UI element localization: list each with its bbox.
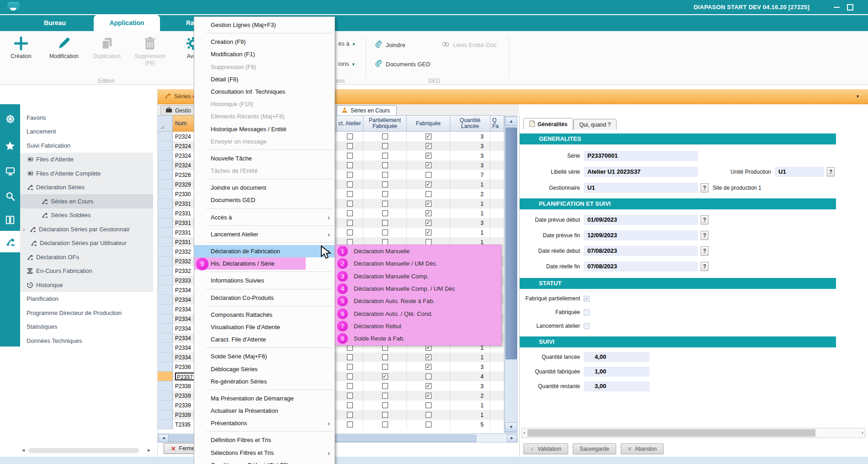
cell-fabriquee-checkbox[interactable] — [407, 372, 450, 381]
rail-wheel-icon[interactable] — [0, 114, 20, 126]
row-selector[interactable] — [158, 256, 173, 266]
row-selector[interactable] — [158, 218, 173, 228]
scroll-left-icon[interactable]: ‹ — [523, 430, 525, 435]
documents-ged-button[interactable]: Documents GED — [375, 59, 431, 69]
quantity-field[interactable]: 4,00 — [584, 352, 650, 362]
scroll-right-icon[interactable]: › — [862, 430, 863, 435]
cell-fabriquee-checkbox[interactable]: ✓ — [407, 141, 450, 151]
help-button[interactable]: ? — [701, 183, 708, 192]
row-selector[interactable] — [158, 189, 173, 199]
cell-atelier-checkbox[interactable] — [336, 199, 363, 208]
cell-partiellement-checkbox[interactable] — [363, 362, 407, 372]
row-selector[interactable] — [158, 132, 173, 141]
cell-fabriquee-checkbox[interactable]: ✓ — [407, 228, 450, 237]
menu-item-d-blocage-s-ries[interactable]: Déblocage Séries — [194, 363, 335, 375]
row-selector[interactable] — [158, 391, 173, 400]
cell-atelier-checkbox[interactable] — [336, 208, 363, 218]
date-field[interactable]: 07/08/2023 — [584, 261, 698, 272]
help-button[interactable]: ? — [701, 246, 708, 256]
menu-item-condition-par-d-faut-ctrl-f5-[interactable]: Condition par Défaut (Ctrl-F5) — [194, 459, 335, 464]
row-selector[interactable] — [158, 285, 173, 295]
cell-atelier-checkbox[interactable] — [336, 372, 363, 381]
sidebar-item-statistiques[interactable]: Statistiques — [20, 320, 153, 334]
validation-button[interactable]: ✓Validation — [523, 443, 568, 454]
scrollbar-thumb[interactable] — [28, 448, 139, 453]
scroll-left-icon[interactable]: ◄ — [159, 434, 169, 443]
sidebar-item-donn-es-techniques[interactable]: Données Techniques — [20, 334, 153, 348]
cell-atelier-checkbox[interactable] — [336, 170, 363, 180]
menu-item-d-tail-f8-[interactable]: Détail (F8) — [194, 73, 335, 85]
cell-fabriquee-checkbox[interactable]: ✓ — [407, 362, 450, 372]
rail-grid-icon[interactable] — [0, 215, 20, 226]
cell-partiellement-checkbox[interactable] — [363, 410, 407, 420]
quantity-field[interactable]: 1,00 — [584, 367, 650, 377]
cell-partiellement-checkbox[interactable] — [363, 400, 407, 410]
cell-atelier-checkbox[interactable] — [336, 160, 363, 170]
sidebar-item-d-claration-s-ries-par-utilisateur[interactable]: Déclaration Séries par Utilisateur — [20, 236, 153, 251]
cell-fabriquee-checkbox[interactable]: ✓ — [407, 160, 450, 170]
menu-item-caract-file-d-attente[interactable]: Caract. File d'Attente — [194, 333, 335, 346]
row-selector[interactable] — [158, 228, 173, 237]
row-selector[interactable] — [158, 247, 173, 256]
cell-fabriquee-checkbox[interactable]: ✓ — [407, 391, 450, 400]
sidebar-item-historique[interactable]: Historique — [20, 278, 153, 292]
cell-partiellement-checkbox[interactable] — [363, 218, 407, 228]
sidebar-item-lancement[interactable]: Lancement — [20, 125, 153, 139]
help-button[interactable]: ? — [701, 215, 708, 224]
sidebar-item-favoris[interactable]: Favoris — [20, 111, 153, 125]
cell-partiellement-checkbox[interactable] — [363, 160, 407, 170]
expander-icon[interactable]: › — [23, 226, 29, 233]
cell-atelier-checkbox[interactable] — [336, 420, 363, 429]
menu-item-s-l-ections-filtres-et-tris[interactable]: Sél­ections Filtres et Tris› — [194, 447, 335, 459]
help-button[interactable]: ? — [701, 231, 708, 240]
cell-partiellement-checkbox[interactable] — [363, 228, 407, 237]
sidebar-item-d-claration-ofs[interactable]: Déclaration OFs — [20, 250, 153, 264]
row-selector[interactable] — [158, 170, 173, 180]
submenu-item-d-claration-auto-qt-cond-[interactable]: 6Déclaration Auto. / Qté. Cond. — [335, 307, 501, 320]
submenu-item-d-claration-rebut[interactable]: 7Déclaration Rebut — [335, 320, 501, 332]
sidebar-item-planification[interactable]: Planification — [20, 292, 153, 306]
scroll-up-icon[interactable]: ▲ — [505, 117, 517, 126]
serie-field[interactable]: P23370001 — [584, 151, 698, 161]
cell-fabriquee-checkbox[interactable]: ✓ — [407, 132, 450, 141]
cell-partiellement-checkbox[interactable] — [363, 420, 407, 429]
column-header-atelier[interactable]: ct. Atelier — [336, 115, 363, 132]
row-selector[interactable] — [158, 381, 173, 391]
window-menu-icon[interactable]: ▼ — [856, 94, 860, 99]
row-selector[interactable] — [158, 324, 173, 333]
menu-item-joindre-un-document[interactable]: Joindre un document — [194, 181, 335, 194]
row-selector[interactable] — [158, 333, 173, 343]
cell-atelier-checkbox[interactable] — [336, 228, 363, 237]
cell-fabriquee-checkbox[interactable] — [407, 170, 450, 180]
cell-atelier-checkbox[interactable] — [336, 189, 363, 199]
sidebar-item-en-cours-fabrication[interactable]: En-Cours Fabrication — [20, 264, 153, 278]
sidebar-item-d-claration-s-ries[interactable]: Déclaration Séries — [20, 181, 153, 195]
cell-atelier-checkbox[interactable] — [336, 400, 363, 410]
submenu-item-d-claration-manuelle-comp-um-d-c[interactable]: 4Déclaration Manuelle Comp. / UM Déc — [335, 283, 501, 295]
ribbon-tab-application[interactable]: Application — [94, 15, 160, 31]
cell-partiellement-checkbox[interactable] — [363, 170, 407, 180]
menu-item-re-g-n-ration-s-ries[interactable]: Re-génération Séries — [194, 375, 335, 388]
menu-item-visualisation-file-d-attente[interactable]: Visualisation File d'Attente — [194, 321, 335, 333]
modification-button[interactable]: Modification — [43, 34, 85, 60]
panel-horizontal-scrollbar[interactable]: ‹ › — [522, 428, 865, 438]
menu-item-d-finition-filtres-et-tris[interactable]: Définition Filtres et Tris — [194, 434, 335, 446]
sidebar-item-d-claration-s-ries-par-gestionnair[interactable]: ›Déclaration Séries par Gestionnair — [20, 222, 153, 236]
cell-fabriquee-checkbox[interactable] — [407, 400, 450, 410]
sidebar-item-s-ries-sold-es[interactable]: Séries Soldées — [20, 208, 153, 223]
checkbox[interactable]: ✓ — [584, 296, 590, 302]
menu-item-d-claration-co-produits[interactable]: Déclaration Co-Produits — [194, 292, 335, 304]
row-selector[interactable] — [158, 208, 173, 218]
menu-item-cr-ation-f9-[interactable]: Création (F9) — [194, 36, 335, 48]
column-header-quantite-fabriquee[interactable]: QFa — [490, 115, 504, 132]
menu-item-actualiser-la-pr-sentation[interactable]: Actualiser la Présentation — [194, 405, 335, 417]
menu-item-historique-messages-entit-[interactable]: Historique Messages / Entité — [194, 123, 335, 135]
sidebar-item-programme-directeur-de-production[interactable]: Programme Directeur de Production — [20, 306, 153, 320]
cell-fabriquee-checkbox[interactable]: ✓ — [407, 151, 450, 160]
rail-monitor-icon[interactable] — [0, 166, 20, 178]
date-field[interactable]: 07/08/2023 — [584, 246, 698, 256]
row-selector[interactable] — [158, 295, 173, 304]
menu-item-gestion-lignes-maj-f3-[interactable]: Gestion Lignes (Maj+F3) — [194, 19, 335, 31]
row-selector[interactable] — [158, 141, 173, 151]
menu-item-solde-s-rie-maj-f6-[interactable]: Solde Série (Maj+F6) — [194, 350, 335, 363]
